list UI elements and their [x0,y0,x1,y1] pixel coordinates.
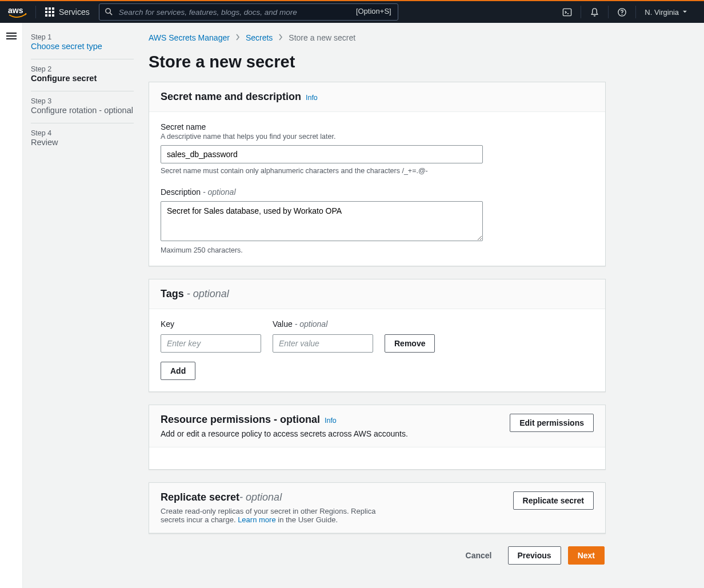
cloudshell-button[interactable] [554,6,581,18]
chevron-right-icon [235,33,240,42]
secret-name-desc: A descriptive name that helps you find y… [161,133,594,141]
services-grid-icon [45,7,54,17]
wizard-step-4: Step 4 Review [31,129,134,155]
description-label: Description - optional [161,187,594,197]
wizard-step-title: Review [31,138,134,147]
main-content: AWS Secrets Manager Secrets Store a new … [137,23,617,588]
help-button[interactable] [608,6,635,18]
aws-logo[interactable]: aws [8,1,27,23]
tag-key-input[interactable] [161,334,261,353]
hamburger-icon[interactable] [6,31,17,588]
wizard-steps: Step 1 Choose secret type Step 2 Configu… [23,23,137,588]
divider [35,6,36,18]
info-link[interactable]: Info [306,94,318,102]
tag-value-label: Value - optional [273,319,373,329]
previous-button[interactable]: Previous [508,546,561,565]
remove-tag-button[interactable]: Remove [385,334,435,353]
secret-name-label: Secret name [161,122,594,131]
wizard-step-label: Step 1 [31,33,134,41]
region-label: N. Virginia [645,8,679,17]
card-header: Resource permissions - optional Info Add… [149,405,605,447]
breadcrumb: AWS Secrets Manager Secrets Store a new … [149,33,606,42]
card-subtitle: Create read-only replicas of your secret… [161,507,401,524]
side-drawer-toggle-column [0,23,23,588]
svg-line-2 [110,13,112,15]
wizard-step-title: Configure rotation - optional [31,106,134,115]
top-right-controls: N. Virginia [554,6,696,18]
services-label: Services [59,7,90,17]
card-heading: Secret name and description [161,91,301,102]
card-heading: Replicate secret- optional [161,491,282,503]
card-heading: Tags - optional [161,288,229,299]
add-tag-button[interactable]: Add [161,362,195,380]
svg-rect-3 [563,9,571,15]
wizard-step-label: Step 2 [31,65,134,73]
wizard-step-title: Choose secret type [31,42,134,51]
card-header: Replicate secret- optional Create read-o… [149,483,605,533]
info-link[interactable]: Info [325,417,337,425]
chevron-right-icon [278,33,283,42]
page-title: Store a new secret [149,53,606,71]
wizard-step-1[interactable]: Step 1 Choose secret type [31,33,134,59]
svg-point-6 [622,14,623,15]
card-subtitle: Add or edit a resource policy to access … [161,429,408,438]
global-search: [Option+S] [99,3,398,21]
card-header: Tags - optional [149,279,605,309]
wizard-footer: Cancel Previous Next [149,546,606,565]
description-constraint: Maximum 250 characters. [161,246,594,254]
search-shortcut-hint: [Option+S] [356,7,391,15]
tags-card: Tags - optional Key Value - optional [149,279,606,392]
breadcrumb-link-secrets[interactable]: Secrets [246,33,273,42]
secret-name-input[interactable] [161,145,483,163]
wizard-step-label: Step 3 [31,97,134,105]
description-textarea[interactable] [161,201,483,241]
breadcrumb-current: Store a new secret [289,33,355,42]
cancel-button[interactable]: Cancel [457,546,501,565]
wizard-step-2: Step 2 Configure secret [31,65,134,91]
edit-permissions-button[interactable]: Edit permissions [510,414,594,432]
svg-text:aws: aws [8,6,23,15]
caret-down-icon [682,10,687,14]
replicate-secret-button[interactable]: Replicate secret [513,491,594,510]
resource-permissions-card: Resource permissions - optional Info Add… [149,405,606,470]
notifications-button[interactable] [581,6,608,18]
card-header: Secret name and description Info [149,82,605,112]
region-selector[interactable]: N. Virginia [635,6,696,18]
learn-more-link[interactable]: Learn more [238,515,275,524]
wizard-step-3: Step 3 Configure rotation - optional [31,97,134,123]
search-icon [105,7,113,18]
wizard-step-label: Step 4 [31,129,134,137]
svg-point-1 [106,9,110,13]
wizard-step-title: Configure secret [31,74,134,83]
breadcrumb-link-root[interactable]: AWS Secrets Manager [149,33,230,42]
secret-name-constraint: Secret name must contain only alphanumer… [161,167,594,175]
services-menu-button[interactable]: Services [44,5,91,19]
aws-top-nav: aws Services [Option+S] N. [0,0,704,23]
tag-value-input[interactable] [273,334,373,353]
card-heading: Resource permissions - optional [161,414,320,425]
tag-key-label: Key [161,319,261,329]
next-button[interactable]: Next [568,546,605,565]
replicate-secret-card: Replicate secret- optional Create read-o… [149,482,606,534]
search-input[interactable] [99,3,398,21]
secret-name-card: Secret name and description Info Secret … [149,82,606,266]
